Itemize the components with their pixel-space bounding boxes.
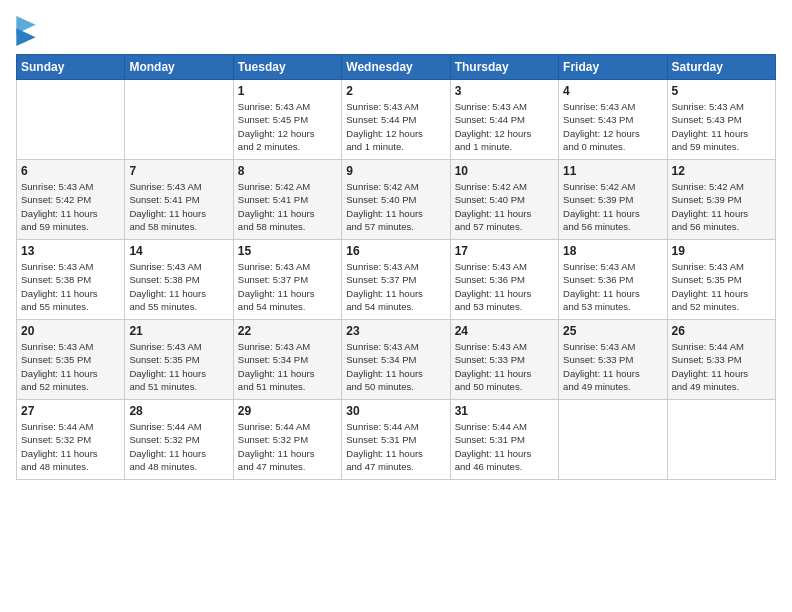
calendar-cell: 7Sunrise: 5:43 AM Sunset: 5:41 PM Daylig…	[125, 160, 233, 240]
day-info: Sunrise: 5:43 AM Sunset: 5:35 PM Dayligh…	[129, 340, 228, 393]
day-number: 6	[21, 164, 120, 178]
day-number: 27	[21, 404, 120, 418]
calendar-cell: 11Sunrise: 5:42 AM Sunset: 5:39 PM Dayli…	[559, 160, 667, 240]
day-number: 30	[346, 404, 445, 418]
day-info: Sunrise: 5:43 AM Sunset: 5:36 PM Dayligh…	[563, 260, 662, 313]
calendar-cell: 30Sunrise: 5:44 AM Sunset: 5:31 PM Dayli…	[342, 400, 450, 480]
logo-icon	[16, 16, 36, 46]
calendar-cell	[125, 80, 233, 160]
day-info: Sunrise: 5:42 AM Sunset: 5:41 PM Dayligh…	[238, 180, 337, 233]
calendar-week-row: 13Sunrise: 5:43 AM Sunset: 5:38 PM Dayli…	[17, 240, 776, 320]
day-number: 17	[455, 244, 554, 258]
calendar-table: SundayMondayTuesdayWednesdayThursdayFrid…	[16, 54, 776, 480]
day-info: Sunrise: 5:43 AM Sunset: 5:38 PM Dayligh…	[21, 260, 120, 313]
day-info: Sunrise: 5:44 AM Sunset: 5:31 PM Dayligh…	[346, 420, 445, 473]
day-info: Sunrise: 5:42 AM Sunset: 5:40 PM Dayligh…	[346, 180, 445, 233]
calendar-cell: 18Sunrise: 5:43 AM Sunset: 5:36 PM Dayli…	[559, 240, 667, 320]
calendar-cell: 3Sunrise: 5:43 AM Sunset: 5:44 PM Daylig…	[450, 80, 558, 160]
day-info: Sunrise: 5:44 AM Sunset: 5:32 PM Dayligh…	[129, 420, 228, 473]
day-info: Sunrise: 5:43 AM Sunset: 5:43 PM Dayligh…	[672, 100, 771, 153]
calendar-cell	[559, 400, 667, 480]
day-info: Sunrise: 5:44 AM Sunset: 5:32 PM Dayligh…	[21, 420, 120, 473]
day-number: 15	[238, 244, 337, 258]
calendar-cell: 22Sunrise: 5:43 AM Sunset: 5:34 PM Dayli…	[233, 320, 341, 400]
day-info: Sunrise: 5:43 AM Sunset: 5:35 PM Dayligh…	[672, 260, 771, 313]
day-number: 21	[129, 324, 228, 338]
day-number: 12	[672, 164, 771, 178]
day-info: Sunrise: 5:43 AM Sunset: 5:37 PM Dayligh…	[346, 260, 445, 313]
calendar-cell: 10Sunrise: 5:42 AM Sunset: 5:40 PM Dayli…	[450, 160, 558, 240]
day-info: Sunrise: 5:43 AM Sunset: 5:33 PM Dayligh…	[563, 340, 662, 393]
day-number: 31	[455, 404, 554, 418]
day-number: 22	[238, 324, 337, 338]
day-number: 9	[346, 164, 445, 178]
calendar-cell: 4Sunrise: 5:43 AM Sunset: 5:43 PM Daylig…	[559, 80, 667, 160]
calendar-cell: 21Sunrise: 5:43 AM Sunset: 5:35 PM Dayli…	[125, 320, 233, 400]
calendar-body: 1Sunrise: 5:43 AM Sunset: 5:45 PM Daylig…	[17, 80, 776, 480]
day-number: 29	[238, 404, 337, 418]
day-number: 5	[672, 84, 771, 98]
calendar-cell: 23Sunrise: 5:43 AM Sunset: 5:34 PM Dayli…	[342, 320, 450, 400]
day-number: 1	[238, 84, 337, 98]
day-number: 10	[455, 164, 554, 178]
day-info: Sunrise: 5:43 AM Sunset: 5:34 PM Dayligh…	[238, 340, 337, 393]
calendar-cell: 27Sunrise: 5:44 AM Sunset: 5:32 PM Dayli…	[17, 400, 125, 480]
weekday-header: Thursday	[450, 55, 558, 80]
day-number: 11	[563, 164, 662, 178]
day-number: 3	[455, 84, 554, 98]
day-info: Sunrise: 5:43 AM Sunset: 5:44 PM Dayligh…	[346, 100, 445, 153]
day-number: 28	[129, 404, 228, 418]
day-info: Sunrise: 5:43 AM Sunset: 5:42 PM Dayligh…	[21, 180, 120, 233]
day-info: Sunrise: 5:43 AM Sunset: 5:35 PM Dayligh…	[21, 340, 120, 393]
calendar-week-row: 1Sunrise: 5:43 AM Sunset: 5:45 PM Daylig…	[17, 80, 776, 160]
calendar-cell	[17, 80, 125, 160]
day-info: Sunrise: 5:43 AM Sunset: 5:45 PM Dayligh…	[238, 100, 337, 153]
day-number: 19	[672, 244, 771, 258]
day-number: 24	[455, 324, 554, 338]
weekday-header: Tuesday	[233, 55, 341, 80]
calendar-cell: 13Sunrise: 5:43 AM Sunset: 5:38 PM Dayli…	[17, 240, 125, 320]
calendar-cell: 14Sunrise: 5:43 AM Sunset: 5:38 PM Dayli…	[125, 240, 233, 320]
day-info: Sunrise: 5:43 AM Sunset: 5:34 PM Dayligh…	[346, 340, 445, 393]
calendar-cell: 20Sunrise: 5:43 AM Sunset: 5:35 PM Dayli…	[17, 320, 125, 400]
day-info: Sunrise: 5:43 AM Sunset: 5:43 PM Dayligh…	[563, 100, 662, 153]
day-info: Sunrise: 5:44 AM Sunset: 5:32 PM Dayligh…	[238, 420, 337, 473]
day-number: 26	[672, 324, 771, 338]
calendar-cell: 17Sunrise: 5:43 AM Sunset: 5:36 PM Dayli…	[450, 240, 558, 320]
day-number: 20	[21, 324, 120, 338]
day-number: 18	[563, 244, 662, 258]
calendar-cell: 29Sunrise: 5:44 AM Sunset: 5:32 PM Dayli…	[233, 400, 341, 480]
day-info: Sunrise: 5:43 AM Sunset: 5:41 PM Dayligh…	[129, 180, 228, 233]
calendar-cell: 5Sunrise: 5:43 AM Sunset: 5:43 PM Daylig…	[667, 80, 775, 160]
calendar-cell: 1Sunrise: 5:43 AM Sunset: 5:45 PM Daylig…	[233, 80, 341, 160]
day-info: Sunrise: 5:42 AM Sunset: 5:40 PM Dayligh…	[455, 180, 554, 233]
calendar-cell: 16Sunrise: 5:43 AM Sunset: 5:37 PM Dayli…	[342, 240, 450, 320]
day-info: Sunrise: 5:43 AM Sunset: 5:36 PM Dayligh…	[455, 260, 554, 313]
day-number: 16	[346, 244, 445, 258]
weekday-header: Saturday	[667, 55, 775, 80]
calendar-cell: 6Sunrise: 5:43 AM Sunset: 5:42 PM Daylig…	[17, 160, 125, 240]
weekday-header: Monday	[125, 55, 233, 80]
day-info: Sunrise: 5:43 AM Sunset: 5:33 PM Dayligh…	[455, 340, 554, 393]
calendar-week-row: 27Sunrise: 5:44 AM Sunset: 5:32 PM Dayli…	[17, 400, 776, 480]
calendar-cell: 8Sunrise: 5:42 AM Sunset: 5:41 PM Daylig…	[233, 160, 341, 240]
calendar-cell: 12Sunrise: 5:42 AM Sunset: 5:39 PM Dayli…	[667, 160, 775, 240]
calendar-header: SundayMondayTuesdayWednesdayThursdayFrid…	[17, 55, 776, 80]
day-number: 8	[238, 164, 337, 178]
day-number: 25	[563, 324, 662, 338]
logo	[16, 16, 40, 46]
calendar-cell: 19Sunrise: 5:43 AM Sunset: 5:35 PM Dayli…	[667, 240, 775, 320]
day-info: Sunrise: 5:43 AM Sunset: 5:37 PM Dayligh…	[238, 260, 337, 313]
calendar-cell: 26Sunrise: 5:44 AM Sunset: 5:33 PM Dayli…	[667, 320, 775, 400]
day-info: Sunrise: 5:43 AM Sunset: 5:38 PM Dayligh…	[129, 260, 228, 313]
svg-marker-1	[16, 28, 35, 46]
calendar-week-row: 20Sunrise: 5:43 AM Sunset: 5:35 PM Dayli…	[17, 320, 776, 400]
calendar-week-row: 6Sunrise: 5:43 AM Sunset: 5:42 PM Daylig…	[17, 160, 776, 240]
day-info: Sunrise: 5:44 AM Sunset: 5:31 PM Dayligh…	[455, 420, 554, 473]
calendar-cell: 31Sunrise: 5:44 AM Sunset: 5:31 PM Dayli…	[450, 400, 558, 480]
calendar-cell: 25Sunrise: 5:43 AM Sunset: 5:33 PM Dayli…	[559, 320, 667, 400]
day-number: 14	[129, 244, 228, 258]
day-info: Sunrise: 5:42 AM Sunset: 5:39 PM Dayligh…	[563, 180, 662, 233]
weekday-header: Friday	[559, 55, 667, 80]
calendar-cell: 24Sunrise: 5:43 AM Sunset: 5:33 PM Dayli…	[450, 320, 558, 400]
